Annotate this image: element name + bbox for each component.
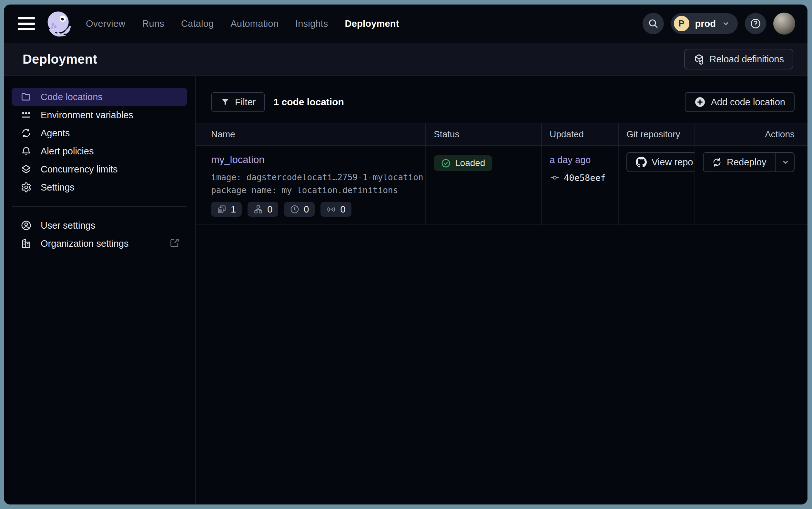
layers-icon (21, 164, 32, 175)
view-repo-button[interactable]: View repo (626, 152, 695, 172)
filter-button[interactable]: Filter (211, 92, 265, 112)
sidebar-item-label: Alert policies (41, 146, 94, 157)
commit-row: 40e58eef (550, 172, 610, 183)
nav-deployment[interactable]: Deployment (345, 19, 399, 29)
sidebar-item-label: Settings (41, 182, 75, 193)
search-button[interactable] (642, 13, 664, 34)
reload-definitions-label: Reload definitions (709, 54, 784, 65)
sidebar-item-label: Agents (41, 128, 70, 139)
app-window: Overview Runs Catalog Automation Insight… (4, 4, 808, 505)
sidebar-item-environment-variables[interactable]: Environment variables (12, 106, 187, 124)
column-header-actions: Actions (695, 123, 808, 145)
redeploy-label: Redeploy (727, 157, 767, 168)
sidebar-item-label: Code locations (41, 92, 103, 102)
asset-count: 1 (231, 204, 236, 215)
schedule-count: 0 (304, 204, 309, 215)
page-header: Deployment Reload definitions (4, 43, 808, 76)
deployment-initial-badge: P (674, 16, 689, 31)
nav-catalog[interactable]: Catalog (181, 19, 214, 29)
column-header-git-repository: Git repository (618, 123, 695, 145)
sidebar-divider (12, 206, 187, 207)
refresh-icon (21, 128, 32, 139)
image-line: image: dagstercodelocati…2759-1-mylocati… (211, 171, 418, 184)
primary-nav: Overview Runs Catalog Automation Insight… (86, 19, 399, 29)
status-label: Loaded (455, 158, 485, 168)
asset-count-badge: 1 (211, 202, 242, 217)
github-icon (636, 157, 647, 168)
check-circle-icon (441, 158, 451, 168)
redeploy-split-button: Redeploy (703, 152, 795, 172)
sidebar-item-label: User settings (41, 220, 95, 231)
package-line: package_name: my_location.definitions (211, 184, 418, 197)
deployment-name: prod (695, 19, 716, 29)
page-title: Deployment (23, 52, 97, 67)
user-avatar[interactable] (773, 12, 795, 35)
redeploy-menu-button[interactable] (775, 153, 795, 171)
reload-definitions-button[interactable]: Reload definitions (684, 49, 793, 69)
main-panel: Filter 1 code location Add code location… (195, 76, 808, 505)
dagster-logo-icon[interactable] (43, 8, 74, 39)
nav-runs[interactable]: Runs (142, 19, 164, 29)
toolbar: Filter 1 code location Add code location (211, 92, 795, 112)
sidebar-item-settings[interactable]: Settings (12, 178, 187, 196)
commit-hash: 40e58eef (564, 173, 606, 183)
sensor-count-badge: 0 (321, 202, 351, 217)
menu-icon[interactable] (18, 17, 35, 30)
plus-circle-icon (694, 96, 706, 108)
folder-icon (21, 92, 32, 102)
chevron-down-icon (781, 158, 790, 166)
code-location-count: 1 code location (273, 97, 344, 107)
job-count-badge: 0 (248, 202, 278, 217)
updated-time-link[interactable]: a day ago (550, 155, 591, 165)
external-link-icon (169, 237, 180, 250)
status-badge: Loaded (434, 155, 492, 171)
code-locations-table: Name Status Updated Git repository Actio… (195, 123, 808, 225)
job-count: 0 (267, 204, 272, 215)
column-header-name: Name (195, 123, 426, 145)
sidebar-item-user-settings[interactable]: User settings (12, 216, 187, 235)
deployment-switcher[interactable]: P prod (671, 13, 738, 34)
sidebar-item-agents[interactable]: Agents (12, 124, 187, 142)
help-button[interactable] (745, 13, 766, 34)
cube-reload-icon (694, 54, 704, 65)
sidebar-item-label: Environment variables (41, 110, 133, 121)
gear-icon (21, 182, 32, 193)
question-icon (750, 18, 761, 29)
sidebar-item-label: Organization settings (41, 238, 128, 249)
filter-label: Filter (235, 97, 256, 107)
column-header-updated: Updated (541, 123, 618, 145)
building-icon (21, 238, 32, 249)
add-code-location-label: Add code location (711, 97, 785, 107)
assets-icon (217, 204, 227, 214)
clock-icon (290, 204, 299, 214)
sensor-icon (326, 204, 336, 214)
env-vars-icon (21, 109, 32, 121)
bell-icon (21, 146, 32, 157)
top-nav: Overview Runs Catalog Automation Insight… (4, 4, 808, 43)
sensor-count: 0 (340, 204, 345, 215)
nav-insights[interactable]: Insights (295, 19, 328, 29)
nav-automation[interactable]: Automation (230, 19, 279, 29)
jobs-icon (253, 204, 263, 214)
settings-sidebar: Code locations Environment variables Age… (4, 76, 195, 505)
user-circle-icon (21, 220, 32, 231)
redeploy-icon (712, 157, 722, 167)
chevron-down-icon (722, 20, 730, 28)
sidebar-item-code-locations[interactable]: Code locations (12, 88, 187, 106)
sidebar-item-label: Concurrency limits (41, 164, 118, 175)
search-icon (648, 18, 659, 29)
view-repo-label: View repo (652, 157, 693, 168)
sidebar-item-concurrency-limits[interactable]: Concurrency limits (12, 160, 187, 178)
sidebar-item-organization-settings[interactable]: Organization settings (12, 235, 187, 252)
add-code-location-button[interactable]: Add code location (685, 92, 795, 112)
schedule-count-badge: 0 (284, 202, 315, 217)
redeploy-button[interactable]: Redeploy (704, 153, 775, 171)
column-header-status: Status (426, 123, 541, 145)
filter-icon (220, 97, 230, 107)
commit-icon (550, 172, 560, 183)
table-row: my_location image: dagstercodelocati…275… (195, 146, 808, 225)
nav-overview[interactable]: Overview (86, 19, 125, 29)
code-location-link[interactable]: my_location (211, 154, 264, 166)
table-header-row: Name Status Updated Git repository Actio… (195, 123, 808, 146)
sidebar-item-alert-policies[interactable]: Alert policies (12, 142, 187, 160)
